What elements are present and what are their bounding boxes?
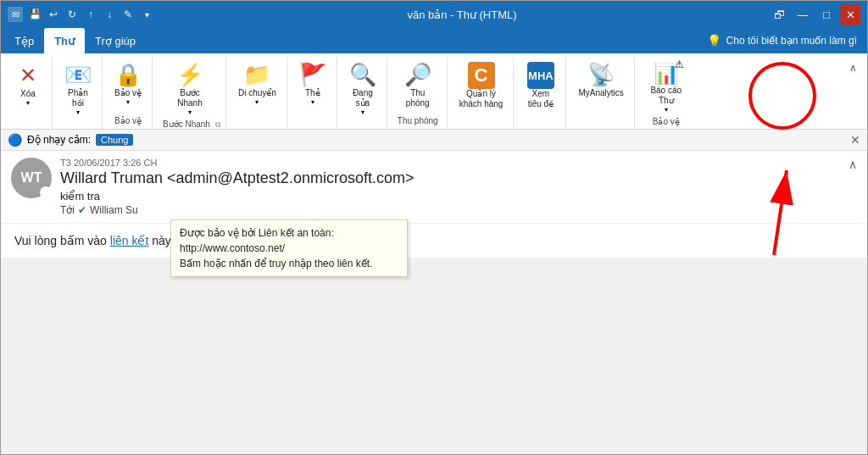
verified-icon: ✔ <box>78 204 86 216</box>
editing-icon: 🔍 <box>349 62 376 88</box>
reply-button[interactable]: 📧 Phảnhồi ▾ <box>59 60 97 118</box>
analytics-buttons: 📡 MyAnalytics <box>573 57 628 124</box>
redo-btn[interactable]: ↻ <box>64 6 81 23</box>
delete-buttons: ✕ Xóa ▾ <box>9 57 47 124</box>
delete-group-label <box>25 124 31 129</box>
email-meta: WT T3 20/06/2017 3:26 CH Willard Truman … <box>11 158 857 216</box>
move-arrow: ▾ <box>255 98 259 106</box>
delete-arrow: ▾ <box>26 99 30 107</box>
email-from: Willard Truman <admin@Atptest2.onmicroso… <box>60 169 840 187</box>
analytics-button[interactable]: 📡 MyAnalytics <box>573 60 628 100</box>
menu-help[interactable]: Trợ giúp <box>85 28 146 53</box>
move-button[interactable]: 📁 Di chuyển ▾ <box>233 60 281 108</box>
reply-buttons: 📧 Phảnhồi ▾ <box>59 57 97 124</box>
editing-button[interactable]: 🔍 Đangsửa ▾ <box>344 60 381 118</box>
email-link[interactable]: liên kết <box>110 234 149 247</box>
minimize-btn[interactable]: — <box>793 4 813 25</box>
analytics-icon: 📡 <box>587 62 615 88</box>
to-name: William Su <box>90 204 138 216</box>
crm-group-label <box>478 124 485 129</box>
more-btn[interactable]: ▾ <box>138 6 155 23</box>
tag-arrow: ▾ <box>311 98 314 106</box>
outlook-window: ✉ 💾 ↩ ↻ ↑ ↓ ✎ ▾ văn bản - Thư (HTML) 🗗 —… <box>0 0 868 455</box>
maximize-btn[interactable]: □ <box>816 4 837 25</box>
quickstep-group-label-row: Bước Nhanh ⧉ <box>159 118 220 132</box>
tag-group-label <box>309 124 316 129</box>
ribbon-collapse-area: ∧ <box>846 57 864 129</box>
ribbon-collapse-btn[interactable]: ∧ <box>846 60 860 75</box>
move-group-label <box>253 124 260 129</box>
email-to-row: Tới ✔ William Su <box>60 204 840 216</box>
mha-icon: MHA <box>527 62 554 89</box>
protect-group-label-row: Bảo vệ <box>111 114 145 129</box>
menu-mail[interactable]: Thư <box>44 28 85 53</box>
ribbon-group-editing: 🔍 Đangsửa ▾ <box>339 57 387 129</box>
menu-bar: Tệp Thư Trợ giúp 💡 Cho tôi biết bạn muốn… <box>1 28 867 53</box>
tag-button[interactable]: 🚩 Thẻ ▾ <box>294 60 331 108</box>
restore-btn[interactable]: 🗗 <box>769 4 789 25</box>
email-expand-btn[interactable]: ∧ <box>849 158 857 171</box>
move-label: Di chuyển <box>238 88 276 98</box>
sensitivity-label: Độ nhạy cảm: <box>27 134 91 146</box>
sensitivity-bar: 🔵 Độ nhạy cảm: Chung ✕ <box>1 130 867 151</box>
mha-label: Xemtiêu đề <box>528 89 554 109</box>
outlook-icon: ✉ <box>8 7 23 22</box>
title-bar: ✉ 💾 ↩ ↻ ↑ ↓ ✎ ▾ văn bản - Thư (HTML) 🗗 —… <box>1 1 867 28</box>
protect-label: Bảo vệ <box>114 88 142 98</box>
editing-arrow: ▾ <box>361 108 364 116</box>
crm-buttons: C Quản lýkhách hàng <box>454 57 509 124</box>
delete-icon: ✕ <box>14 62 42 89</box>
undo-btn[interactable]: ↩ <box>45 6 62 23</box>
quickstep-buttons: ⚡ BướcNhanh ▾ <box>171 57 209 118</box>
mha-button[interactable]: MHA Xemtiêu đề <box>522 60 559 111</box>
reply-label: Phảnhồi <box>68 88 88 108</box>
up-btn[interactable]: ↑ <box>82 6 99 23</box>
report-label: Báo cáoThư <box>650 86 682 106</box>
delete-button[interactable]: ✕ Xóa ▾ <box>9 60 47 108</box>
down-btn[interactable]: ↓ <box>101 6 118 23</box>
quickstep-expand-icon[interactable]: ⧉ <box>215 120 220 130</box>
tag-icon: 🚩 <box>299 62 326 88</box>
email-body: Được bảo vệ bởi Liên kết an toàn: http:/… <box>1 224 867 258</box>
crm-button[interactable]: C Quản lýkhách hàng <box>454 60 509 111</box>
menu-file[interactable]: Tệp <box>4 28 44 53</box>
mha-group-label <box>537 124 544 129</box>
report-button[interactable]: 📊⚠ Báo cáoThư ▾ <box>645 60 687 115</box>
mha-buttons: MHA Xemtiêu đề <box>522 57 559 124</box>
search-hint-text: Cho tôi biết bạn muốn làm gì <box>726 35 857 47</box>
body-prefix: Vui lòng bấm vào <box>14 234 110 247</box>
ribbon-group-tag: 🚩 Thẻ ▾ <box>289 57 337 129</box>
ribbon-group-reply: 📧 Phảnhồi ▾ <box>54 57 103 129</box>
zoom-label: Thuphóng <box>406 88 430 108</box>
edit-btn[interactable]: ✎ <box>120 6 136 23</box>
tag-label: Thẻ <box>305 88 320 98</box>
report-group-label: Bảo vệ <box>649 115 683 130</box>
close-btn[interactable]: ✕ <box>840 4 860 25</box>
protect-icon: 🔒 <box>114 62 142 88</box>
ribbon-group-protect: 🔒 Bảo vệ ▾ Bảo vệ <box>104 57 153 129</box>
to-label: Tới <box>60 204 75 216</box>
reply-arrow: ▾ <box>76 108 80 116</box>
email-subject: kiểm tra <box>60 190 840 203</box>
editing-label: Đangsửa <box>353 88 373 108</box>
zoom-buttons: 🔎 Thuphóng <box>399 57 437 114</box>
title-bar-left: ✉ 💾 ↩ ↻ ↑ ↓ ✎ ▾ <box>8 6 155 23</box>
report-arrow: ▾ <box>665 106 668 114</box>
quick-access-toolbar: 💾 ↩ ↻ ↑ ↓ ✎ ▾ <box>26 6 155 23</box>
crm-label: Quản lýkhách hàng <box>459 89 504 109</box>
editing-group-label <box>359 124 366 129</box>
sensitivity-close-btn[interactable]: ✕ <box>850 133 860 147</box>
ribbon-group-delete: ✕ Xóa ▾ <box>4 57 53 129</box>
ribbon: ✕ Xóa ▾ 📧 Phảnhồi ▾ 🔒 <box>1 53 867 130</box>
save-btn[interactable]: 💾 <box>26 6 43 23</box>
quickstep-icon: ⚡ <box>176 62 203 88</box>
zoom-button[interactable]: 🔎 Thuphóng <box>399 60 437 110</box>
protect-group-label: Bảo vệ <box>111 114 145 129</box>
reply-group-label <box>75 124 81 129</box>
editing-buttons: 🔍 Đangsửa ▾ <box>344 57 381 124</box>
avatar-initials: WT <box>21 170 42 186</box>
protect-button[interactable]: 🔒 Bảo vệ ▾ <box>109 60 147 108</box>
quickstep-button[interactable]: ⚡ BướcNhanh ▾ <box>171 60 209 118</box>
sensitivity-value: Chung <box>96 134 133 146</box>
window-controls: 🗗 — □ ✕ <box>769 4 860 25</box>
